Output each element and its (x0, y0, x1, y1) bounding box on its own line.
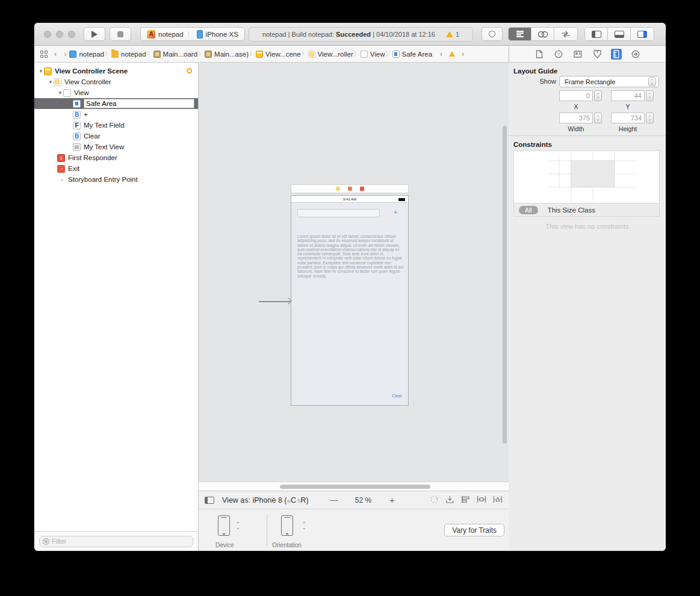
outline-row-first-responder[interactable]: First Responder (34, 152, 198, 163)
clear-button[interactable]: Clear (392, 394, 402, 398)
this-size-class-label[interactable]: This Size Class (548, 206, 595, 214)
disclosure-triangle-icon[interactable]: ▼ (48, 79, 54, 85)
update-frames-button[interactable] (430, 495, 439, 506)
navigator-toggle-button[interactable] (585, 28, 608, 40)
device-stepper[interactable]: ⌃⌄ (236, 523, 240, 530)
height-stepper[interactable]: ⌃⌄ (646, 113, 654, 123)
x-stepper[interactable]: ⌃⌄ (594, 90, 602, 101)
device-preview[interactable]: 9:41 AM + Lorem ipsum dolor sit er elit … (291, 195, 409, 406)
breadcrumb-view-controller[interactable]: View...roller (308, 51, 353, 58)
view-controller-icon[interactable] (336, 187, 340, 191)
document-outline-toggle-icon[interactable] (205, 497, 214, 504)
size-inspector-tab[interactable] (611, 49, 622, 60)
breadcrumb-scene[interactable]: View...cene (256, 51, 301, 58)
filter-input[interactable] (52, 538, 190, 545)
zoom-out-button[interactable]: — (330, 495, 338, 504)
view-controller-icon (54, 78, 61, 86)
previous-issue-button[interactable]: ‹ (437, 50, 445, 58)
debug-area-toggle-button[interactable] (608, 28, 631, 40)
first-responder-icon[interactable] (348, 187, 352, 191)
outline-row-label: My Text View (84, 143, 124, 151)
zoom-level[interactable]: 52 % (355, 496, 371, 504)
xcode-window: A notepad 〉 iPhone XS notepad | Build no… (34, 23, 666, 551)
related-items-icon[interactable] (40, 51, 48, 58)
outline-row-entry-point[interactable]: → Storyboard Entry Point (34, 174, 198, 185)
help-inspector-tab[interactable]: ? (553, 49, 564, 60)
standard-editor-button[interactable] (509, 28, 531, 40)
outline-row-text-view[interactable]: My Text View (34, 141, 198, 152)
add-button[interactable]: + (394, 210, 397, 216)
vertical-scrollbar[interactable] (503, 126, 507, 444)
outline-row-view[interactable]: ▼ View (34, 87, 198, 98)
attributes-inspector-tab[interactable] (592, 49, 602, 60)
issue-navigation: ‹ › (437, 50, 467, 58)
scene-icon (44, 67, 52, 75)
outline-row-view-controller[interactable]: ▼ View Controller (34, 76, 198, 87)
my-text-field[interactable] (297, 209, 380, 217)
assistant-editor-button[interactable] (531, 28, 554, 40)
run-button[interactable] (84, 27, 105, 41)
constraints-title: Constraints (513, 141, 552, 148)
update-frames-icon (430, 495, 439, 504)
y-field[interactable] (611, 90, 645, 101)
orientation-stepper[interactable]: ⌃⌄ (302, 523, 306, 530)
stop-button[interactable] (110, 27, 131, 41)
storyboard-entry-point-arrow[interactable] (259, 301, 290, 302)
version-editor-button[interactable] (554, 28, 577, 40)
view-as-label[interactable]: View as: iPhone 8 (wC hR) (222, 496, 309, 504)
height-field[interactable] (611, 113, 645, 123)
outline-row-add-button[interactable]: B + (34, 109, 198, 120)
y-stepper[interactable]: ⌃⌄ (646, 90, 654, 101)
close-window-button[interactable] (44, 31, 51, 38)
breadcrumb-safe-area[interactable]: Safe Area (392, 51, 433, 58)
embed-in-button[interactable] (445, 495, 454, 506)
resolve-autolayout-button[interactable] (493, 495, 503, 505)
file-inspector-tab[interactable] (534, 49, 545, 60)
rename-input[interactable] (84, 99, 194, 108)
my-text-view[interactable]: Lorem ipsum dolor sit er elit lamet, con… (297, 234, 404, 278)
x-field[interactable] (559, 90, 593, 101)
outline-row-text-field[interactable]: F My Text Field (34, 120, 198, 131)
breadcrumb-storyboard[interactable]: Main...oard (153, 51, 198, 58)
canvas-area[interactable]: 9:41 AM + Lorem ipsum dolor sit er elit … (199, 63, 509, 482)
outline-row-clear-button[interactable]: B Clear (34, 131, 198, 141)
breadcrumb-storyboard-base[interactable]: Main...ase) (205, 51, 249, 58)
connections-inspector-tab[interactable] (630, 49, 641, 60)
disclosure-triangle-icon[interactable]: ▼ (57, 90, 63, 96)
back-button[interactable]: ‹ (51, 50, 61, 58)
width-field[interactable] (559, 113, 593, 123)
inspector-toggle-button[interactable] (631, 28, 654, 40)
breadcrumb-folder[interactable]: notepad (111, 51, 146, 58)
warning-counter[interactable]: 1 (446, 31, 459, 38)
scheme-selector[interactable]: A notepad 〉 iPhone XS (140, 27, 245, 41)
navigator-panel-icon (592, 31, 601, 38)
minimize-window-button[interactable] (56, 31, 63, 38)
divider (267, 514, 267, 546)
disclosure-triangle-icon[interactable]: ▼ (38, 69, 44, 74)
zoom-window-button[interactable] (68, 31, 75, 38)
width-label: Width (559, 125, 593, 132)
device-icon (197, 30, 203, 39)
width-stepper[interactable]: ⌃⌄ (594, 113, 602, 123)
breadcrumb-project[interactable]: notepad (69, 51, 104, 58)
next-issue-button[interactable]: › (459, 50, 467, 58)
breadcrumb-view[interactable]: View (361, 51, 385, 58)
show-dropdown[interactable]: Frame Rectangle ⌃⌄ (559, 76, 659, 87)
zoom-in-button[interactable]: + (389, 495, 395, 505)
identity-inspector-tab[interactable] (572, 49, 583, 60)
forward-button[interactable]: › (61, 50, 69, 58)
x-label: X (559, 103, 593, 110)
outline-row-safe-area[interactable] (34, 98, 198, 109)
storyboard-icon (153, 51, 161, 58)
filter-field[interactable] (39, 536, 193, 547)
vary-for-traits-button[interactable]: Vary for Traits (444, 524, 504, 536)
outline-row-scene[interactable]: ▼ View Controller Scene (34, 66, 198, 76)
align-button[interactable] (461, 495, 470, 505)
add-constraints-button[interactable] (477, 495, 486, 505)
library-button[interactable] (482, 27, 503, 41)
outline-row-exit[interactable]: Exit (34, 163, 198, 174)
all-size-class-button[interactable]: All (519, 206, 538, 214)
horizontal-scrollbar[interactable] (280, 485, 430, 489)
exit-icon[interactable] (360, 187, 364, 191)
warning-icon[interactable] (449, 51, 455, 57)
